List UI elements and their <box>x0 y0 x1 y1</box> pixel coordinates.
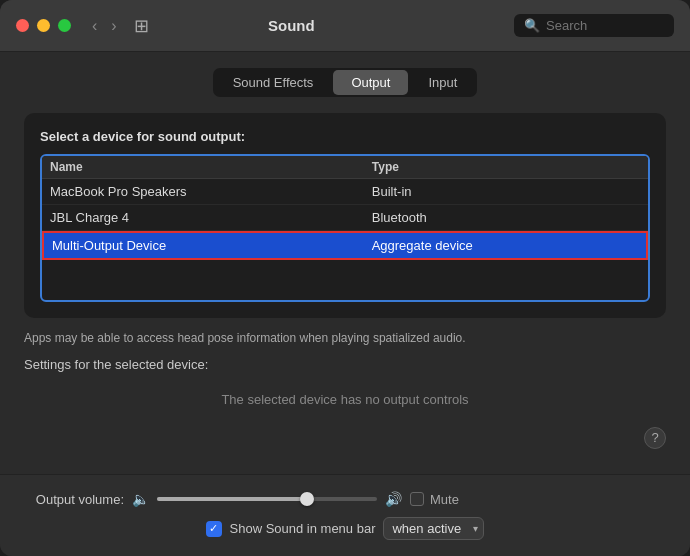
device-name: Multi-Output Device <box>52 238 372 253</box>
search-icon: 🔍 <box>524 18 540 33</box>
search-box[interactable]: 🔍 <box>514 14 674 37</box>
table-header: Name Type <box>42 156 648 179</box>
device-name: JBL Charge 4 <box>50 210 372 225</box>
device-type: Bluetooth <box>372 210 640 225</box>
device-type: Built-in <box>372 184 640 199</box>
mute-checkbox-row: Mute <box>410 492 459 507</box>
help-button[interactable]: ? <box>644 427 666 449</box>
maximize-button[interactable] <box>58 19 71 32</box>
tab-group: Sound Effects Output Input <box>213 68 478 97</box>
volume-label: Output volume: <box>24 492 124 507</box>
show-sound-label: Show Sound in menu bar <box>230 521 376 536</box>
when-active-dropdown[interactable]: when active always never <box>383 517 484 540</box>
tab-sound-effects[interactable]: Sound Effects <box>215 70 332 95</box>
titlebar: ‹ › ⊞ Sound 🔍 <box>0 0 690 52</box>
content-area: Sound Effects Output Input Select a devi… <box>0 52 690 474</box>
device-name: MacBook Pro Speakers <box>50 184 372 199</box>
tab-output[interactable]: Output <box>333 70 408 95</box>
traffic-lights <box>16 19 71 32</box>
settings-label: Settings for the selected device: <box>24 357 666 372</box>
volume-slider[interactable] <box>157 497 377 501</box>
main-window: ‹ › ⊞ Sound 🔍 Sound Effects Output Input… <box>0 0 690 556</box>
menu-bar-row: ✓ Show Sound in menu bar when active alw… <box>24 517 666 540</box>
when-active-dropdown-wrapper: when active always never ▾ <box>383 517 484 540</box>
tab-bar: Sound Effects Output Input <box>24 68 666 97</box>
mute-checkbox[interactable] <box>410 492 424 506</box>
volume-row: Output volume: 🔈 🔊 Mute <box>24 491 666 507</box>
table-row[interactable]: JBL Charge 4 Bluetooth <box>42 205 648 231</box>
panel-title: Select a device for sound output: <box>40 129 650 144</box>
volume-fill <box>157 497 311 501</box>
tab-input[interactable]: Input <box>410 70 475 95</box>
mute-label: Mute <box>430 492 459 507</box>
close-button[interactable] <box>16 19 29 32</box>
search-input[interactable] <box>546 18 666 33</box>
table-empty-row <box>42 260 648 300</box>
output-panel: Select a device for sound output: Name T… <box>24 113 666 318</box>
checkbox-check-icon: ✓ <box>209 522 218 535</box>
info-text: Apps may be able to access head pose inf… <box>24 330 666 347</box>
help-btn-area: ? <box>24 427 666 449</box>
device-table: Name Type MacBook Pro Speakers Built-in … <box>40 154 650 302</box>
no-controls-text: The selected device has no output contro… <box>24 392 666 407</box>
volume-low-icon: 🔈 <box>132 491 149 507</box>
volume-thumb[interactable] <box>300 492 314 506</box>
minimize-button[interactable] <box>37 19 50 32</box>
show-sound-checkbox[interactable]: ✓ <box>206 521 222 537</box>
bottom-bar: Output volume: 🔈 🔊 Mute ✓ Show Sound in … <box>0 474 690 556</box>
device-type: Aggregate device <box>372 238 638 253</box>
volume-high-icon: 🔊 <box>385 491 402 507</box>
window-title: Sound <box>77 17 506 34</box>
col-header-name: Name <box>50 160 372 174</box>
col-header-type: Type <box>372 160 640 174</box>
table-row-selected[interactable]: Multi-Output Device Aggregate device <box>42 231 648 260</box>
table-row[interactable]: MacBook Pro Speakers Built-in <box>42 179 648 205</box>
